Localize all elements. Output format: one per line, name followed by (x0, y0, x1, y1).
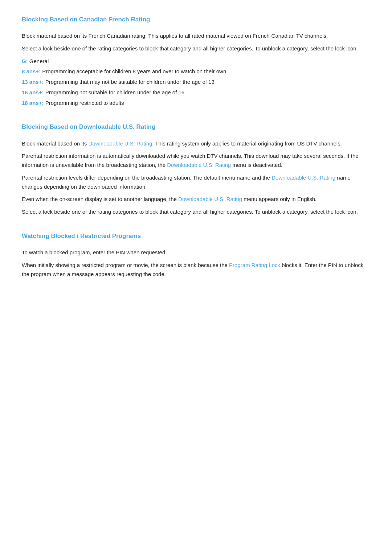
paragraph-watch-1: To watch a blocked program, enter the PI… (22, 248, 370, 257)
rating-list-canadian: G: General 8 ans+: Programming acceptabl… (22, 57, 370, 108)
rating-item-g: G: General (22, 57, 370, 66)
paragraph-us-1: Block material based on its Downloadable… (22, 139, 370, 148)
paragraph-us-4: Even when the on-screen display is set t… (22, 195, 370, 204)
rating-label-8ans: 8 ans+: (22, 68, 41, 74)
section-watching-blocked: Watching Blocked / Restricted Programs T… (22, 231, 370, 279)
section-title-canadian-french: Blocking Based on Canadian French Rating (22, 15, 370, 26)
section-body-downloadable-us: Block material based on its Downloadable… (22, 139, 370, 217)
paragraph-watch-2: When initially showing a restricted prog… (22, 261, 370, 279)
rating-desc-8ans: Programming acceptable for children 8 ye… (42, 68, 226, 74)
paragraph-us-3: Parental restriction levels differ depen… (22, 173, 370, 192)
paragraph-us-2: Parental restriction information is auto… (22, 152, 370, 170)
main-content: Blocking Based on Canadian French Rating… (22, 15, 370, 279)
link-program-rating-lock: Program Rating Lock (229, 262, 280, 268)
rating-desc-g: General (29, 58, 49, 64)
link-downloadable-rating-2: Downloadable U.S. Rating (167, 162, 231, 168)
paragraph-2: Select a lock beside one of the rating c… (22, 44, 370, 53)
rating-label-g: G: (22, 58, 28, 64)
paragraph-1: Block material based on its French Canad… (22, 32, 370, 41)
rating-desc-16ans: Programming not suitable for children un… (45, 89, 185, 95)
rating-label-16ans: 16 ans+: (22, 89, 44, 95)
rating-label-13ans: 13 ans+: (22, 79, 44, 85)
rating-label-18ans: 18 ans+: (22, 100, 44, 106)
link-downloadable-rating-1: Downloadable U.S. Rating (88, 140, 152, 147)
link-downloadable-rating-4: Downloadable U.S. Rating (178, 196, 242, 202)
rating-desc-13ans: Programming that may not be suitable for… (45, 79, 215, 85)
section-body-canadian-french: Block material based on its French Canad… (22, 32, 370, 107)
rating-item-18ans: 18 ans+: Programming restricted to adult… (22, 99, 370, 108)
section-canadian-french: Blocking Based on Canadian French Rating… (22, 15, 370, 107)
section-title-downloadable-us: Blocking Based on Downloadable U.S. Rati… (22, 122, 370, 134)
section-title-watching-blocked: Watching Blocked / Restricted Programs (22, 231, 370, 243)
paragraph-us-5: Select a lock beside one of the rating c… (22, 208, 370, 217)
rating-item-16ans: 16 ans+: Programming not suitable for ch… (22, 88, 370, 97)
section-downloadable-us: Blocking Based on Downloadable U.S. Rati… (22, 122, 370, 216)
rating-item-8ans: 8 ans+: Programming acceptable for child… (22, 67, 370, 76)
rating-item-13ans: 13 ans+: Programming that may not be sui… (22, 78, 370, 87)
link-downloadable-rating-3: Downloadable U.S. Rating (271, 175, 335, 181)
section-body-watching-blocked: To watch a blocked program, enter the PI… (22, 248, 370, 279)
rating-desc-18ans: Programming restricted to adults (45, 100, 124, 106)
